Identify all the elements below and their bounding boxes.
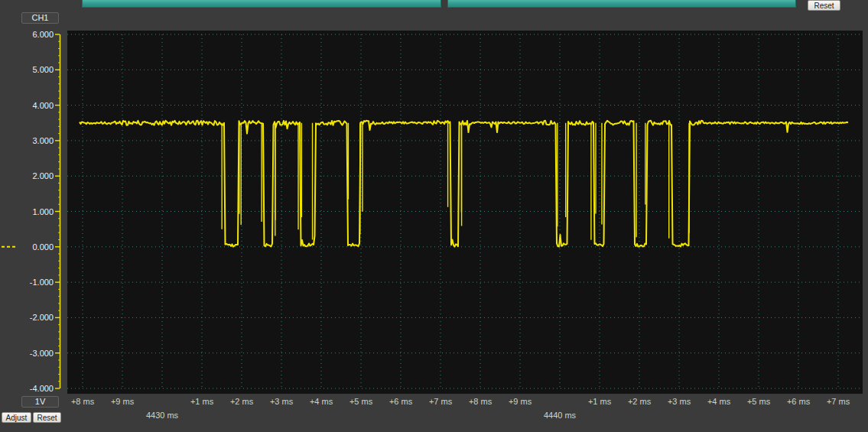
channel-name-label[interactable]: CH1: [21, 12, 59, 24]
time-minor-label: +7 ms: [827, 397, 850, 406]
y-axis-label: -1.000: [0, 278, 54, 287]
time-minor-label: +4 ms: [707, 397, 730, 406]
time-minor-label: +3 ms: [668, 397, 691, 406]
time-minor-label: +7 ms: [429, 397, 452, 406]
y-axis-label: -3.000: [0, 349, 54, 358]
time-major-label: 4430 ms: [146, 411, 178, 420]
time-minor-label: +8 ms: [71, 397, 94, 406]
channel-reset-button[interactable]: Reset: [33, 412, 61, 423]
y-axis-label: 2.000: [0, 171, 54, 180]
time-minor-label: +1 ms: [588, 397, 611, 406]
y-axis-label: 1.000: [0, 207, 54, 216]
time-minor-label: +5 ms: [747, 397, 770, 406]
adjust-button[interactable]: Adjust: [2, 412, 31, 423]
reset-button-top[interactable]: Reset: [808, 0, 840, 11]
time-minor-label: +8 ms: [469, 397, 492, 406]
y-axis-label: -4.000: [0, 384, 54, 393]
time-minor-label: +6 ms: [787, 397, 810, 406]
time-minor-label: +2 ms: [628, 397, 651, 406]
time-minor-label: +1 ms: [190, 397, 213, 406]
y-axis-label: 4.000: [0, 101, 54, 110]
time-minor-label: +3 ms: [270, 397, 293, 406]
waveform-plot-area[interactable]: [67, 31, 863, 394]
volts-per-div-label[interactable]: 1V: [21, 396, 59, 408]
y-axis-label: -2.000: [0, 313, 54, 322]
timeline-bar-right[interactable]: [447, 0, 796, 8]
time-minor-label: +6 ms: [389, 397, 412, 406]
time-minor-label: +9 ms: [509, 397, 532, 406]
time-minor-label: +5 ms: [349, 397, 372, 406]
time-minor-label: +4 ms: [310, 397, 333, 406]
y-axis-label: 3.000: [0, 136, 54, 145]
y-axis-label: 6.000: [0, 30, 54, 39]
ch1-trace: [80, 121, 848, 247]
timeline-bar-left[interactable]: [82, 0, 441, 8]
oscilloscope-window: Reset CH1 6.0005.0004.0003.0002.0001.000…: [0, 0, 868, 432]
waveform-chart: [67, 31, 863, 394]
y-axis-label: 0.000: [0, 242, 54, 252]
y-axis-label: 5.000: [0, 65, 54, 74]
time-minor-label: +9 ms: [111, 397, 134, 406]
time-major-label: 4440 ms: [544, 411, 576, 420]
time-minor-label: +2 ms: [230, 397, 253, 406]
